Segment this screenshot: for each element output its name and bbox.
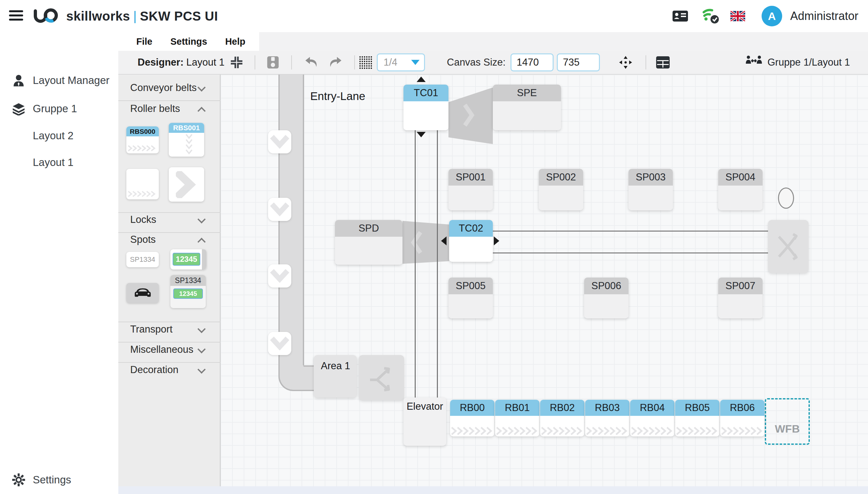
sidebar-item-label: Gruppe 1 (33, 102, 77, 115)
palette-divider (118, 232, 220, 233)
node-label: TC01 (403, 84, 449, 101)
spe-node[interactable]: SPE (493, 84, 561, 130)
rb04-node[interactable]: RB04 (630, 400, 674, 436)
palette-tile-spot[interactable]: SP1334 (126, 252, 159, 267)
palette-section-conveyor-belts[interactable]: Conveyor belts (118, 82, 220, 98)
spd-node[interactable]: SPD (335, 220, 402, 265)
palette-tile-rbs000[interactable]: RBS000 (126, 127, 159, 153)
redo-icon[interactable] (328, 51, 342, 74)
node-label: SP005 (449, 278, 493, 294)
sp005-node[interactable]: SP005 (449, 278, 493, 318)
rb06-node[interactable]: RB06 (720, 400, 765, 436)
sp003-node[interactable]: SP003 (629, 169, 673, 210)
sidebar-item-gruppe-1[interactable]: Gruppe 1 (0, 98, 118, 119)
skillworks-logo-icon (32, 6, 59, 27)
component-palette: Conveyor belts Roller belts RBS000 RBS00… (118, 75, 220, 486)
layers-icon (12, 102, 26, 115)
node-body (720, 416, 765, 436)
zoom-level-value: 1/4 (383, 57, 411, 68)
canvas-height-input[interactable] (557, 53, 600, 71)
wfb-placeholder-node[interactable]: WFB (765, 398, 810, 445)
menu-help[interactable]: Help (225, 36, 245, 47)
undo-icon[interactable] (305, 51, 319, 74)
pill-badge: 12345 (173, 288, 203, 299)
elevator-node[interactable]: Elevator (403, 398, 446, 446)
sp007-node[interactable]: SP007 (718, 278, 763, 318)
node-body (630, 416, 674, 436)
circle-node[interactable] (778, 188, 794, 209)
rb05-node[interactable]: RB05 (675, 400, 719, 436)
grid-toggle-icon[interactable] (359, 51, 372, 74)
palette-tile-arrow-belt[interactable] (169, 167, 204, 202)
tc01-node[interactable]: TC01 (403, 84, 449, 130)
node-label: SPD (335, 220, 402, 237)
palette-section-locks[interactable]: Locks (118, 214, 220, 230)
sp002-node[interactable]: SP002 (539, 169, 583, 210)
node-label: RB01 (495, 400, 539, 416)
table-view-icon[interactable] (656, 51, 670, 74)
sp004-node[interactable]: SP004 (718, 169, 763, 210)
user-avatar[interactable]: A (762, 6, 782, 26)
menu-settings[interactable]: Settings (171, 36, 207, 47)
fit-to-screen-icon[interactable] (230, 51, 243, 74)
node-body (540, 416, 585, 436)
palette-tile-vehicle-spot[interactable] (126, 283, 159, 303)
palette-divider (118, 342, 220, 343)
crossing-transfer-node[interactable] (768, 220, 809, 273)
rb02-node[interactable]: RB02 (540, 400, 585, 436)
entry-lane-label: Entry-Lane (310, 90, 365, 102)
palette-tile-rbs001[interactable]: RBS001 (169, 123, 204, 157)
designer-canvas[interactable]: Entry-Lane Area 1 Elevator WFB TC01SPESP… (220, 75, 868, 486)
arrow-down-icon (417, 132, 426, 137)
split-transfer-node[interactable] (359, 355, 404, 400)
zoom-level-select[interactable]: 1/4 (377, 53, 425, 71)
rb01-node[interactable]: RB01 (495, 400, 539, 436)
arrow-right-icon (494, 236, 499, 245)
belt-direction-chevrons (586, 427, 629, 436)
wifi-connected-icon[interactable] (703, 8, 721, 26)
node-body (335, 237, 402, 265)
save-icon[interactable] (267, 51, 279, 74)
toolbar-divider (255, 55, 255, 70)
palette-divider (118, 212, 220, 213)
palette-section-miscellaneous[interactable]: Miscellaneous (118, 344, 220, 360)
palette-divider (118, 362, 220, 363)
hamburger-menu-icon[interactable] (9, 10, 23, 22)
node-body (449, 186, 493, 210)
menu-bar: File Settings Help (118, 32, 868, 51)
belt-flow-marker (268, 198, 291, 221)
palette-section-spots[interactable]: Spots (118, 234, 220, 250)
palette-tile-plain-belt[interactable] (126, 169, 159, 200)
canvas-horizontal-scrollbar[interactable] (118, 486, 868, 494)
sidebar-item-layout-1[interactable]: Layout 1 (0, 152, 118, 173)
palette-section-transport[interactable]: Transport (118, 324, 220, 340)
palette-tile-spot-full[interactable]: SP1334 12345 (171, 275, 206, 308)
palette-section-decoration[interactable]: Decoration (118, 364, 220, 380)
uk-flag-icon[interactable] (730, 11, 745, 22)
tc02-node[interactable]: TC02 (449, 220, 493, 262)
menu-file[interactable]: File (136, 36, 152, 47)
rb03-node[interactable]: RB03 (585, 400, 629, 436)
palette-tile-spot-pill[interactable]: 12345 (171, 249, 206, 269)
palette-section-roller-belts[interactable]: Roller belts (118, 103, 220, 119)
sidebar-item-layout-manager[interactable]: Layout Manager (0, 70, 118, 91)
sidebar-item-settings[interactable]: Settings (0, 470, 118, 490)
node-label: RB06 (720, 400, 765, 416)
id-card-icon[interactable] (672, 10, 688, 24)
node-label: RB03 (585, 400, 629, 416)
username-label[interactable]: Administrator (790, 0, 859, 32)
sidebar-item-layout-2[interactable]: Layout 2 (0, 126, 118, 146)
sp001-node[interactable]: SP001 (449, 169, 493, 210)
area-node[interactable]: Area 1 (314, 355, 357, 398)
conveyor-lane-horizontal (303, 365, 314, 391)
tile-header: SP1334 (171, 275, 206, 286)
canvas-width-input[interactable] (511, 53, 554, 71)
pan-move-icon[interactable] (618, 51, 633, 74)
top-bar: skillworks|SKW PCS UI (0, 0, 868, 32)
crossing-arrows-icon (774, 229, 802, 264)
designer-toolbar: Designer: Layout 1 (118, 51, 868, 75)
car-icon (133, 287, 152, 299)
section-label: Locks (130, 214, 156, 225)
sp006-node[interactable]: SP006 (584, 278, 629, 318)
rb00-node[interactable]: RB00 (450, 400, 494, 436)
